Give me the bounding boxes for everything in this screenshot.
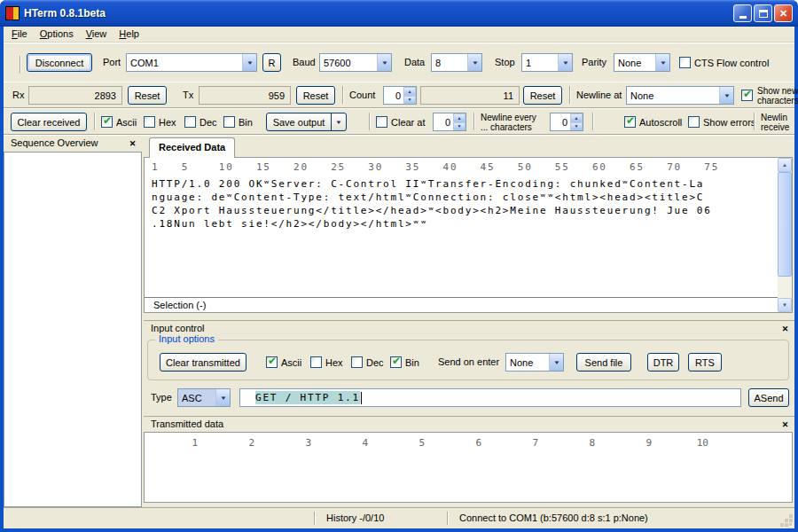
spin-down-button[interactable]: ▼ — [570, 122, 583, 131]
maximize-icon — [759, 10, 768, 18]
menu-options[interactable]: Options — [34, 27, 80, 42]
spin-up-button[interactable]: ▲ — [403, 87, 416, 96]
ascii-checkbox[interactable]: Ascii — [101, 113, 137, 131]
baud-combo[interactable]: 57600 — [319, 53, 392, 72]
menu-file[interactable]: File — [5, 27, 34, 42]
autoscroll-label: Autoscroll — [639, 117, 682, 128]
tx-reset-button[interactable]: Reset — [296, 86, 335, 105]
dec-label: Dec — [200, 117, 217, 128]
port-label: Port — [103, 53, 121, 67]
disconnect-button[interactable]: Disconnect — [27, 53, 92, 72]
spin-down-button[interactable]: ▼ — [453, 122, 466, 131]
clear-at-spinner[interactable]: 0 ▲▼ — [433, 113, 466, 131]
input-bin-checkbox[interactable]: Bin — [390, 353, 419, 372]
parity-value: None — [614, 54, 655, 71]
dtr-button[interactable]: DTR — [647, 353, 679, 372]
chevron-down-icon[interactable] — [215, 389, 230, 406]
chevron-down-icon[interactable] — [467, 54, 481, 71]
sequence-list[interactable] — [4, 152, 142, 507]
spin-up-button[interactable]: ▲ — [453, 113, 466, 122]
clear-transmitted-button[interactable]: Clear transmitted — [160, 353, 246, 372]
chevron-down-icon[interactable] — [377, 54, 391, 71]
checkbox-box — [101, 116, 113, 128]
checkbox-box — [679, 57, 691, 68]
save-output-button[interactable]: Save output — [266, 113, 332, 131]
scroll-thumb[interactable] — [778, 172, 792, 277]
menu-view[interactable]: View — [80, 27, 113, 42]
input-ascii-checkbox[interactable]: Ascii — [266, 353, 301, 372]
close-icon[interactable]: ✕ — [127, 137, 138, 149]
close-icon[interactable]: ✕ — [779, 419, 791, 430]
spin-down-button[interactable]: ▼ — [403, 96, 416, 105]
input-dec-label: Dec — [366, 357, 384, 368]
minimize-icon — [739, 16, 747, 19]
tx-ruler-number: 5 — [379, 437, 435, 449]
send-file-button[interactable]: Send file — [576, 353, 631, 372]
rescan-button[interactable]: R — [262, 53, 281, 72]
show-errors-checkbox[interactable]: Show errors — [688, 113, 755, 131]
rx-reset-button[interactable]: Reset — [128, 86, 167, 105]
newline-at-combo[interactable]: None — [626, 86, 734, 105]
chevron-down-icon[interactable] — [558, 54, 572, 71]
clear-at-checkbox[interactable]: Clear at — [376, 113, 426, 131]
received-data-area[interactable]: 1 5 10 15 20 25 30 35 40 45 50 55 60 65 … — [144, 157, 793, 313]
chevron-down-icon[interactable] — [719, 87, 733, 104]
hterm-window: HTerm 0.8.1beta ✕ File Options View Help… — [0, 0, 798, 532]
chevron-down-icon[interactable] — [655, 54, 669, 71]
input-ascii-label: Ascii — [281, 357, 301, 368]
titlebar[interactable]: HTerm 0.8.1beta ✕ — [0, 0, 798, 27]
parity-combo[interactable]: None — [614, 53, 670, 72]
count-spinner[interactable]: 0 ▲▼ — [383, 86, 417, 105]
port-combo[interactable]: COM1 — [126, 53, 257, 72]
minimize-button[interactable] — [733, 4, 752, 22]
statusbar: History -/0/10 Connect to COM1 (b:57600 … — [4, 507, 794, 528]
close-button[interactable]: ✕ — [774, 4, 793, 22]
toolbar-separator — [569, 86, 571, 104]
type-label: Type — [151, 388, 172, 403]
show-newline-chars-checkbox[interactable] — [741, 86, 753, 105]
rts-button[interactable]: RTS — [688, 353, 722, 372]
hex-label: Hex — [159, 117, 176, 128]
tx-ruler-number: 2 — [208, 437, 265, 449]
transmitted-data-area[interactable]: 1 2 3 4 5 6 7 8 9 10 — [144, 432, 793, 503]
send-input-field[interactable]: GET / HTTP 1.1 — [239, 388, 741, 407]
checkbox-box — [223, 116, 235, 128]
column-ruler: 1 5 10 15 20 25 30 35 40 45 50 55 60 65 … — [152, 161, 774, 173]
send-on-enter-combo[interactable]: None — [505, 353, 564, 372]
dec-checkbox[interactable]: Dec — [184, 113, 217, 131]
input-dec-checkbox[interactable]: Dec — [351, 353, 384, 372]
newline-after-label: Newlin receive — [761, 113, 789, 132]
close-icon[interactable]: ✕ — [779, 323, 791, 334]
newline-every-spinner[interactable]: 0 ▲▼ — [550, 113, 583, 131]
input-hex-checkbox[interactable]: Hex — [310, 353, 343, 372]
scroll-up-button[interactable]: ▲ — [778, 158, 792, 172]
data-bits-combo[interactable]: 8 — [431, 53, 482, 72]
stop-bits-combo[interactable]: 1 — [521, 53, 573, 72]
resize-grip[interactable] — [781, 515, 794, 528]
type-combo[interactable]: ASC — [177, 388, 231, 407]
count-value-field: 11 — [420, 86, 520, 105]
autoscroll-checkbox[interactable]: Autoscroll — [624, 113, 682, 131]
vertical-scrollbar[interactable]: ▲ ▼ — [778, 158, 792, 312]
checkbox-box — [144, 116, 155, 128]
save-output-dropdown-button[interactable] — [331, 113, 347, 131]
clear-received-button[interactable]: Clear received — [11, 113, 87, 131]
spin-up-button[interactable]: ▲ — [570, 113, 583, 122]
selection-status: Selection (-) — [145, 297, 778, 312]
chevron-down-icon[interactable] — [549, 354, 563, 371]
scroll-down-button[interactable]: ▼ — [778, 298, 792, 312]
chevron-down-icon[interactable] — [242, 54, 256, 71]
count-reset-button[interactable]: Reset — [523, 86, 562, 105]
tab-received-data[interactable]: Received Data — [149, 137, 235, 158]
close-icon: ✕ — [779, 9, 787, 19]
checkbox-box — [310, 356, 322, 368]
checkbox-box — [351, 356, 363, 368]
baud-label: Baud — [293, 53, 316, 67]
maximize-button[interactable] — [754, 4, 772, 22]
menu-help[interactable]: Help — [113, 27, 145, 42]
cts-flow-checkbox[interactable]: CTS Flow control — [679, 53, 769, 72]
hex-checkbox[interactable]: Hex — [144, 113, 176, 131]
tx-ruler-number: 8 — [549, 437, 606, 449]
bin-checkbox[interactable]: Bin — [223, 113, 253, 131]
asend-button[interactable]: ASend — [748, 388, 789, 407]
